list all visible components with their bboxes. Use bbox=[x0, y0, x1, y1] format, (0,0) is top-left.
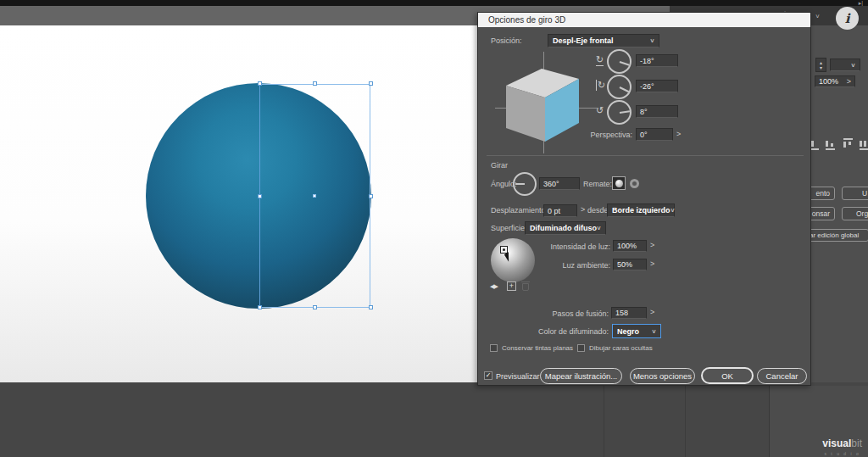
info-icon[interactable]: i bbox=[836, 7, 859, 30]
surface-label: Superficie: bbox=[491, 224, 527, 232]
ok-button[interactable]: OK bbox=[701, 367, 754, 384]
offset-label: Desplazamiento: bbox=[491, 206, 548, 215]
dialog-titlebar[interactable]: Opciones de giro 3D bbox=[478, 13, 810, 27]
rotate-y-icon: ↻ bbox=[596, 80, 605, 91]
cap-hollow-button[interactable] bbox=[630, 179, 639, 188]
chevron-down-icon: > bbox=[669, 209, 676, 213]
from-label: desde bbox=[587, 206, 609, 215]
blend-steps-label: Pasos de fusión: bbox=[525, 309, 609, 318]
align-icon[interactable] bbox=[826, 138, 835, 150]
shade-color-dropdown[interactable]: Negro > bbox=[612, 324, 661, 338]
watermark-logo: visualbit s t u d i o bbox=[822, 435, 862, 456]
chevron-down-icon: > bbox=[850, 63, 857, 67]
app-window: ▸| ♣ Símbolos ∠ 0° > ▴ ▾ > bbox=[0, 0, 868, 457]
align-icon[interactable] bbox=[860, 138, 868, 150]
rotate-x-dial[interactable] bbox=[607, 49, 632, 74]
titlebar: ▸| bbox=[0, 0, 868, 6]
selection-handle[interactable] bbox=[313, 81, 317, 86]
dialog-3d-revolve-options: Opciones de giro 3D Posición: Despl-Eje … bbox=[477, 12, 811, 386]
cap-label: Remate: bbox=[583, 180, 612, 188]
surface-dropdown[interactable]: Difuminado difuso > bbox=[525, 221, 606, 235]
map-art-button[interactable]: Mapear ilustración... bbox=[540, 368, 622, 384]
rotate-z-icon: ↺ bbox=[596, 105, 604, 116]
blend-steps-field[interactable]: 158 bbox=[611, 307, 647, 319]
chevron-right-icon[interactable]: > bbox=[650, 260, 654, 268]
offset-field[interactable]: 0 pt bbox=[543, 204, 577, 217]
fewer-options-button[interactable]: Menos opciones bbox=[630, 368, 695, 384]
chevron-right-icon[interactable]: > bbox=[847, 78, 851, 86]
cap-solid-icon bbox=[615, 180, 623, 187]
chevron-right-icon[interactable]: > bbox=[650, 309, 654, 316]
intensity-label: Intensidad de luz: bbox=[527, 242, 610, 251]
chevron-right-icon[interactable]: > bbox=[581, 206, 585, 214]
rotate-y-dial[interactable] bbox=[607, 75, 632, 99]
chevron-right-icon[interactable]: > bbox=[650, 242, 654, 249]
perspective-field[interactable]: 0° bbox=[636, 128, 673, 141]
quick-action-button[interactable]: U bbox=[842, 187, 868, 200]
ambient-label: Luz ambiente: bbox=[527, 261, 610, 270]
cursor-arrow-icon bbox=[504, 252, 513, 262]
quick-action-button[interactable]: onsar bbox=[811, 207, 835, 220]
rotate-z-field[interactable]: 8° bbox=[636, 105, 678, 118]
spot-colors-label: Conservar tintas planas bbox=[502, 344, 573, 352]
bottom-panel-band: visualbit s t u d i o bbox=[0, 382, 868, 457]
stepper-down-icon[interactable]: ▾ bbox=[820, 65, 822, 70]
trash-icon bbox=[521, 281, 530, 282]
bottom-right-panel: visualbit s t u d i o bbox=[769, 386, 868, 457]
delete-light-button[interactable] bbox=[522, 283, 529, 291]
rotate-z-dial[interactable] bbox=[607, 100, 632, 125]
check-icon: ✓ bbox=[486, 372, 492, 379]
quick-action-button[interactable]: ar edición global bbox=[811, 229, 868, 242]
position-dropdown[interactable]: Despl-Eje frontal > bbox=[548, 34, 659, 47]
selection-handle[interactable] bbox=[369, 305, 373, 309]
move-light-back-icon[interactable]: ◀▶ bbox=[490, 283, 498, 290]
quick-action-button[interactable]: ento bbox=[811, 187, 835, 200]
watermark-brand-bold: visual bbox=[822, 437, 851, 449]
hidden-faces-checkbox[interactable] bbox=[577, 344, 585, 352]
selection-handle[interactable] bbox=[369, 81, 373, 86]
cancel-button[interactable]: Cancelar bbox=[757, 368, 807, 384]
align-icon[interactable] bbox=[843, 138, 853, 150]
watermark-subtitle: s t u d i o bbox=[822, 451, 862, 456]
chevron-down-icon: > bbox=[596, 226, 603, 231]
offset-from-dropdown[interactable]: Borde izquierdo > bbox=[607, 203, 675, 217]
selection-handle[interactable] bbox=[258, 81, 262, 86]
preview-label: Previsualizar bbox=[496, 372, 540, 381]
dialog-title: Opciones de giro 3D bbox=[488, 15, 565, 25]
selection-handle[interactable] bbox=[313, 305, 317, 309]
new-light-button[interactable]: + bbox=[507, 281, 516, 291]
selection-handle[interactable] bbox=[258, 305, 262, 309]
rotate-x-icon: ↻ bbox=[596, 54, 604, 66]
preview-checkbox[interactable]: ✓ bbox=[484, 371, 492, 380]
spot-colors-checkbox[interactable] bbox=[490, 344, 498, 352]
zoom-field[interactable]: 100% > bbox=[815, 75, 855, 87]
intensity-field[interactable]: 100% bbox=[613, 240, 647, 252]
anchor-point[interactable] bbox=[258, 194, 262, 198]
cap-solid-button[interactable] bbox=[612, 176, 626, 190]
hidden-faces-label: Dibujar caras ocultas bbox=[589, 344, 653, 352]
chevron-down-icon[interactable]: > bbox=[814, 14, 821, 19]
quick-action-button[interactable]: Orga bbox=[842, 207, 868, 220]
plus-icon: + bbox=[509, 282, 514, 290]
chevron-right-icon[interactable]: > bbox=[676, 131, 681, 138]
ambient-field[interactable]: 50% bbox=[613, 259, 647, 270]
chevron-down-icon: > bbox=[649, 39, 656, 43]
shade-color-label: Color de difuminado: bbox=[520, 327, 609, 336]
panel-divider bbox=[685, 386, 686, 457]
chevron-down-icon: > bbox=[651, 329, 658, 333]
selection-handle[interactable] bbox=[369, 194, 373, 198]
position-label: Posición: bbox=[491, 36, 522, 45]
angle-field[interactable]: 360° bbox=[539, 177, 580, 190]
rotate-x-field[interactable]: -18° bbox=[636, 54, 678, 67]
perspective-label: Perspectiva: bbox=[571, 131, 632, 139]
panel-dropdown[interactable]: > bbox=[830, 59, 860, 71]
value-stepper[interactable]: ▴ ▾ bbox=[815, 58, 826, 72]
watermark-brand-light: bit bbox=[851, 437, 862, 449]
rotate-y-field[interactable]: -26° bbox=[636, 80, 678, 92]
section-divider bbox=[487, 155, 804, 156]
angle-dial[interactable] bbox=[513, 172, 537, 196]
bbox-center-point[interactable] bbox=[313, 194, 316, 198]
panel-divider bbox=[604, 386, 604, 457]
align-icon[interactable] bbox=[811, 138, 819, 150]
zoom-value: 100% bbox=[819, 76, 838, 86]
